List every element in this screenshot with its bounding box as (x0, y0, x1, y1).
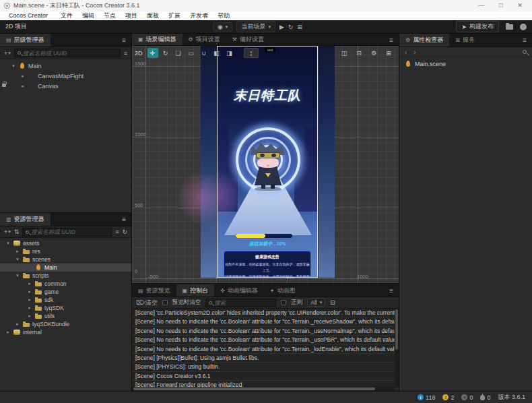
log-row[interactable]: [Scene] [PHYSICS]: using builtin. (132, 363, 395, 371)
refresh-button[interactable]: ↻ (288, 24, 294, 30)
preview-scene-select[interactable]: 当前场景 ▾ (236, 21, 275, 32)
tree-row[interactable]: ▸ CanvasMapFight (0, 71, 131, 81)
tree-row[interactable]: ▸ game (0, 288, 131, 296)
scene-tab[interactable]: ⚒ 偏好设置 (226, 34, 270, 45)
tab-hierarchy[interactable]: ▤ 层级管理器 (0, 34, 51, 46)
scene-viewport[interactable]: 150010005000 -50005001000 末日特工队 test (132, 46, 399, 283)
console-search[interactable] (205, 299, 276, 307)
regex-checkbox[interactable] (281, 300, 286, 305)
tree-row[interactable]: Main (0, 264, 131, 272)
hierarchy-search-input[interactable] (23, 50, 117, 57)
menu-item[interactable]: 文件 (56, 11, 77, 20)
expand-arrow-icon[interactable]: ▸ (27, 297, 32, 303)
maximize-button[interactable]: □ (499, 0, 502, 11)
tree-row[interactable]: ▾ assets (0, 239, 131, 247)
expand-arrow-icon[interactable]: ▸ (27, 313, 32, 319)
hierarchy-search[interactable] (14, 49, 121, 57)
expand-arrow-icon[interactable]: ▾ (15, 257, 20, 262)
menu-item[interactable]: 节点 (99, 11, 121, 20)
expand-arrow-icon[interactable]: ▾ (15, 273, 20, 278)
scene-gear-icon[interactable]: ⚙ (369, 48, 378, 58)
tree-row[interactable]: ▾ Main (0, 61, 131, 71)
rotate-tool-icon[interactable]: ↻ (160, 48, 171, 58)
console-tab[interactable]: ▣ 控制台 (176, 284, 215, 297)
menu-item[interactable]: 编辑 (77, 11, 99, 20)
assets-menu-icon[interactable]: ≡ (117, 213, 131, 226)
move-tool-icon[interactable]: ✛ (147, 48, 158, 58)
tree-row[interactable]: ▾ scripts (0, 272, 131, 280)
2d-toggle-button[interactable]: 2D (135, 50, 143, 57)
step-button[interactable]: ⊞ (297, 24, 302, 30)
inspected-node[interactable]: Main.scene (399, 57, 532, 71)
pin-icon[interactable] (523, 50, 527, 54)
bug-counter[interactable]: 0 (480, 394, 490, 401)
expand-arrow-icon[interactable]: ▸ (27, 289, 32, 294)
inspector-tab[interactable]: ⚙ 属性检查器 (399, 34, 449, 46)
menu-item[interactable]: Cocos Creator (4, 11, 56, 20)
rect-tool-icon[interactable]: ▭ (186, 48, 197, 58)
tree-row[interactable]: ▸ tyqSDKBundle (0, 320, 131, 328)
minimize-button[interactable]: — (478, 0, 484, 11)
grid-toggle-icon[interactable]: ⊞ (384, 48, 393, 58)
expand-arrow-icon[interactable]: ▸ (27, 305, 32, 311)
tree-row[interactable]: ▸ tyqSDK (0, 304, 131, 312)
tree-row[interactable]: ▸ sdk (0, 296, 131, 304)
console-menu-icon[interactable]: ≡ (384, 284, 399, 297)
clear-console-button[interactable]: ⌦ 清空 (136, 299, 158, 307)
sort-assets-icon[interactable]: ⇅ (14, 228, 20, 235)
log-row[interactable]: [Scene] No needs to indicate the 'cc.Boo… (132, 345, 395, 354)
expand-arrow-icon[interactable]: ▸ (15, 321, 20, 327)
log-row[interactable]: [Scene] No needs to indicate the 'cc.Boo… (132, 317, 395, 326)
scale-tool-icon[interactable]: ❏ (173, 48, 184, 58)
expand-arrow-icon[interactable]: ▸ (5, 330, 11, 335)
log-row[interactable]: [Scene] No needs to indicate the 'cc.Boo… (132, 336, 395, 344)
preview-device-select[interactable]: ◉ ▾ (213, 22, 232, 32)
create-asset-button[interactable]: +▾ (4, 228, 11, 235)
hierarchy-menu-icon[interactable]: ≡ (117, 34, 131, 46)
scene-tab[interactable]: ▣ 场景编辑器 (132, 34, 182, 45)
back-arrow-icon[interactable]: ‹ (405, 49, 407, 56)
expand-arrow-icon[interactable]: ▾ (11, 63, 16, 69)
close-button[interactable]: ✕ (517, 0, 523, 11)
log-row[interactable]: [Scene] [Physics][Bullet]: Using asmjs B… (132, 354, 395, 363)
tree-row[interactable]: ▾ scenes (0, 255, 131, 264)
log-row[interactable]: [Scene] Cocos Creator v3.6.1 (132, 372, 395, 381)
menu-item[interactable]: 帮助 (213, 11, 234, 20)
assets-search[interactable] (22, 228, 112, 237)
camera-preview-icon[interactable]: ⊡ (354, 48, 364, 58)
assets-refresh-icon[interactable]: ↻ (122, 228, 127, 235)
console-tab[interactable]: ▤ 资源预览 (132, 284, 176, 297)
expand-arrow-icon[interactable]: ▸ (15, 249, 20, 254)
warning-counter[interactable]: ! 2 (442, 394, 454, 401)
split-view-icon[interactable]: ◫ (339, 48, 349, 58)
tree-row[interactable]: ▸ internal (0, 328, 131, 336)
expand-arrow-icon[interactable]: ▸ (27, 281, 32, 286)
create-node-button[interactable]: +▾ (4, 50, 11, 57)
tab-assets[interactable]: ▥ 资源管理器 (0, 213, 51, 226)
clear-on-preview-checkbox[interactable] (162, 300, 168, 305)
scene-menu-icon[interactable]: ≡ (384, 34, 399, 46)
build-publish-button[interactable]: ➤ 构建发布 (456, 21, 499, 32)
account-icon[interactable] (520, 24, 527, 30)
pivot-toggle-icon[interactable]: ◧ (211, 48, 222, 58)
assets-search-input[interactable] (31, 228, 108, 235)
snap-settings-button[interactable]: ¦¦ (244, 48, 259, 58)
console-tab[interactable]: ✦ 动画图 (264, 284, 302, 297)
menu-item[interactable]: 项目 (121, 11, 142, 20)
info-counter[interactable]: i 118 (418, 394, 435, 401)
inspector-menu-icon[interactable]: ≡ (517, 34, 532, 46)
menu-item[interactable]: 开发者 (185, 11, 213, 20)
inspector-tab[interactable]: ⊞ 服务 (449, 34, 481, 46)
space-toggle-icon[interactable]: ◨ (224, 48, 235, 58)
expand-arrow-icon[interactable]: ▸ (20, 84, 26, 89)
assets-list-view-icon[interactable]: ≡ (115, 228, 119, 235)
expand-arrow-icon[interactable]: ▾ (5, 241, 11, 246)
tree-row[interactable]: ▸ utils (0, 312, 131, 320)
log-row[interactable]: [Scene] No needs to indicate the 'cc.Boo… (132, 327, 395, 336)
scene-tab[interactable]: ⚙ 项目设置 (182, 34, 226, 45)
tree-row[interactable]: ▸ Canvas (0, 81, 131, 91)
log-level-select[interactable]: All ▾ (307, 299, 325, 307)
tree-row[interactable]: ▸ res (0, 247, 131, 255)
play-button[interactable]: ▶ (279, 24, 284, 30)
forward-arrow-icon[interactable]: › (413, 49, 415, 56)
